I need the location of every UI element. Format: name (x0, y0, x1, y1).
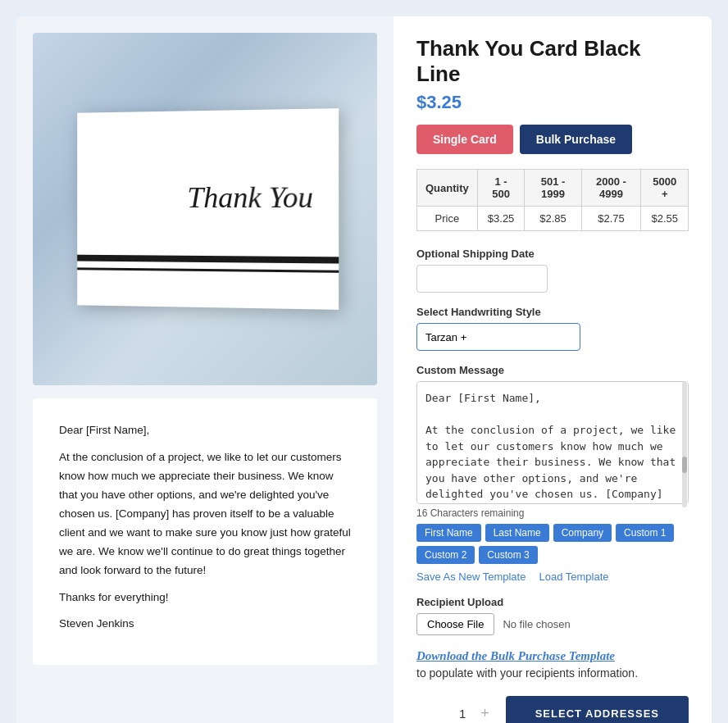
tag-first-name[interactable]: First Name (416, 524, 481, 542)
scrollbar-thumb (682, 457, 687, 473)
pricing-header-3: 2000 - 4999 (581, 170, 641, 207)
price-label: Price (417, 207, 478, 231)
letter-salutation: Dear [First Name], (59, 421, 351, 440)
save-template-button[interactable]: Save As New Template (416, 571, 526, 583)
recipient-section: Recipient Upload Choose File No file cho… (416, 596, 689, 635)
handwriting-label: Select Handwriting Style (416, 306, 689, 318)
custom-message-section: Custom Message Dear [First Name], At the… (416, 364, 689, 583)
download-section: Download the Bulk Purchase Template to p… (416, 648, 689, 680)
bottom-bar: 1 + SELECT ADDRESSES (416, 696, 689, 723)
price-tier-4: $2.55 (641, 207, 689, 231)
pricing-header-0: Quantity (417, 170, 478, 207)
single-card-button[interactable]: Single Card (416, 125, 513, 154)
scrollbar (682, 381, 687, 507)
select-addresses-button[interactable]: SELECT ADDRESSES (506, 696, 689, 723)
card-image: Thank You (33, 33, 377, 385)
price-tier-3: $2.75 (581, 207, 641, 231)
pricing-table: Quantity 1 - 500 501 - 1999 2000 - 4999 … (416, 169, 689, 231)
choose-file-button[interactable]: Choose File (416, 613, 494, 635)
letter-body: At the conclusion of a project, we like … (59, 448, 351, 580)
pricing-header-2: 501 - 1999 (525, 170, 581, 207)
tag-custom1[interactable]: Custom 1 (616, 524, 674, 542)
purchase-type-buttons: Single Card Bulk Purchase (416, 125, 689, 154)
handwriting-input[interactable] (416, 323, 580, 351)
tag-custom3[interactable]: Custom 3 (479, 546, 537, 564)
page-container: Thank You Dear [First Name], At the conc… (16, 16, 712, 723)
tag-buttons: First Name Last Name Company Custom 1 Cu… (416, 524, 689, 564)
tag-company[interactable]: Company (553, 524, 612, 542)
product-title: Thank You Card Black Line (416, 36, 689, 87)
card-thank-you-text: Thank You (187, 180, 313, 215)
tag-last-name[interactable]: Last Name (485, 524, 549, 542)
shipping-date-label: Optional Shipping Date (416, 248, 689, 260)
quantity-increment-button[interactable]: + (477, 705, 493, 722)
letter-signature: Steven Jenkins (59, 615, 351, 634)
preview-letter: Dear [First Name], At the conclusion of … (33, 398, 377, 665)
product-price: $3.25 (416, 92, 689, 113)
card-visual: Thank You (77, 108, 339, 310)
char-remaining: 16 Characters remaining (416, 507, 689, 519)
download-description: to populate with your recipients informa… (416, 666, 689, 680)
pricing-header-4: 5000 + (641, 170, 689, 207)
right-panel: Thank You Card Black Line $3.25 Single C… (394, 16, 712, 723)
price-tier-1: $3.25 (477, 207, 525, 231)
recipient-label: Recipient Upload (416, 596, 689, 608)
shipping-date-input[interactable] (416, 265, 548, 293)
tag-custom2[interactable]: Custom 2 (416, 546, 475, 564)
custom-message-label: Custom Message (416, 364, 689, 376)
quantity-control: 1 + (454, 705, 493, 722)
quantity-value: 1 (454, 707, 471, 721)
load-template-button[interactable]: Load Template (539, 571, 608, 583)
price-tier-2: $2.85 (525, 207, 581, 231)
no-file-text: No file chosen (503, 618, 570, 630)
shipping-date-section: Optional Shipping Date (416, 248, 689, 293)
pricing-header-1: 1 - 500 (477, 170, 525, 207)
handwriting-section: Select Handwriting Style (416, 306, 689, 351)
recipient-upload-row: Choose File No file chosen (416, 613, 689, 635)
template-links: Save As New Template Load Template (416, 571, 689, 583)
left-panel: Thank You Dear [First Name], At the conc… (16, 16, 394, 723)
custom-message-textarea[interactable]: Dear [First Name], At the conclusion of … (416, 381, 689, 504)
bulk-purchase-button[interactable]: Bulk Purchase (520, 125, 632, 154)
letter-closing: Thanks for everything! (59, 589, 351, 607)
download-template-link[interactable]: Download the Bulk Purchase Template (416, 649, 615, 662)
